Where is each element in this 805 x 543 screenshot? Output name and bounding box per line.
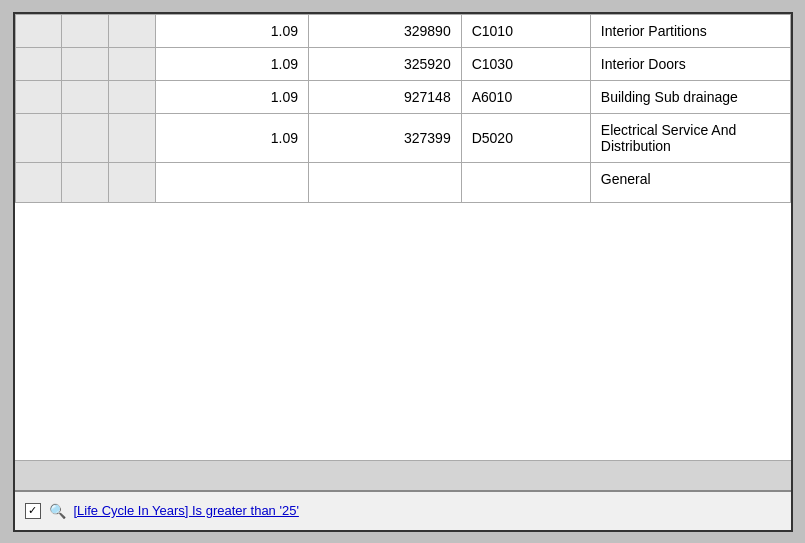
- table-area: 1.09329890C1010Interior Partitions1.0932…: [15, 14, 791, 460]
- name-cell: Interior Partitions: [590, 14, 790, 47]
- number-cell: 327399: [309, 113, 462, 162]
- side-cell-1: [62, 162, 109, 202]
- side-cell-1: [62, 113, 109, 162]
- value-cell: 1.09: [156, 14, 309, 47]
- name-cell: Building Sub drainage: [590, 80, 790, 113]
- side-cell-2: [109, 80, 156, 113]
- filter-link[interactable]: [Life Cycle In Years] Is greater than '2…: [74, 503, 299, 518]
- value-cell: 1.09: [156, 47, 309, 80]
- side-cell-0: [15, 162, 62, 202]
- table-row: 1.09329890C1010Interior Partitions: [15, 14, 790, 47]
- side-cell-2: [109, 47, 156, 80]
- side-cell-1: [62, 47, 109, 80]
- side-cell-2: [109, 113, 156, 162]
- table-row: General: [15, 162, 790, 202]
- filter-bar: ✓ 🔍 [Life Cycle In Years] Is greater tha…: [15, 490, 791, 530]
- value-cell: 1.09: [156, 80, 309, 113]
- data-table: 1.09329890C1010Interior Partitions1.0932…: [15, 14, 791, 203]
- side-cell-0: [15, 80, 62, 113]
- code-cell: C1010: [461, 14, 590, 47]
- main-window: 1.09329890C1010Interior Partitions1.0932…: [13, 12, 793, 532]
- value-cell: 1.09: [156, 113, 309, 162]
- footer-bar: [15, 460, 791, 490]
- table-row: 1.09325920C1030Interior Doors: [15, 47, 790, 80]
- side-cell-0: [15, 113, 62, 162]
- name-cell: General: [590, 162, 790, 202]
- side-cell-0: [15, 14, 62, 47]
- table-row: 1.09927148A6010Building Sub drainage: [15, 80, 790, 113]
- code-cell: [461, 162, 590, 202]
- side-cell-2: [109, 14, 156, 47]
- value-cell: [156, 162, 309, 202]
- number-cell: 927148: [309, 80, 462, 113]
- number-cell: 325920: [309, 47, 462, 80]
- code-cell: C1030: [461, 47, 590, 80]
- side-cell-0: [15, 47, 62, 80]
- name-cell: Electrical Service And Distribution: [590, 113, 790, 162]
- number-cell: [309, 162, 462, 202]
- code-cell: A6010: [461, 80, 590, 113]
- filter-checkbox[interactable]: ✓: [25, 503, 41, 519]
- code-cell: D5020: [461, 113, 590, 162]
- table-row: 1.09327399D5020Electrical Service And Di…: [15, 113, 790, 162]
- filter-icon: 🔍: [49, 503, 66, 519]
- name-cell: Interior Doors: [590, 47, 790, 80]
- number-cell: 329890: [309, 14, 462, 47]
- side-cell-2: [109, 162, 156, 202]
- side-cell-1: [62, 80, 109, 113]
- side-cell-1: [62, 14, 109, 47]
